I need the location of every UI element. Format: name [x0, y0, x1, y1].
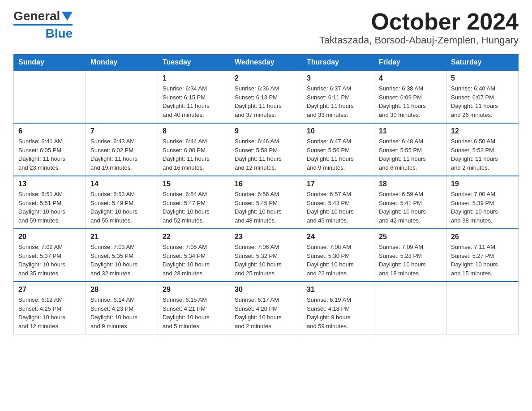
week-row-1: 1Sunrise: 6:34 AM Sunset: 6:15 PM Daylig… [14, 70, 519, 123]
calendar-cell: 13Sunrise: 6:51 AM Sunset: 5:51 PM Dayli… [14, 176, 86, 229]
day-info: Sunrise: 6:57 AM Sunset: 5:43 PM Dayligh… [307, 190, 369, 225]
day-number: 30 [235, 286, 297, 294]
day-number: 26 [451, 233, 514, 241]
day-info: Sunrise: 7:09 AM Sunset: 5:28 PM Dayligh… [379, 243, 442, 278]
week-row-3: 13Sunrise: 6:51 AM Sunset: 5:51 PM Dayli… [14, 176, 519, 229]
day-info: Sunrise: 6:40 AM Sunset: 6:07 PM Dayligh… [451, 84, 514, 119]
logo-triangle-icon [62, 12, 73, 21]
day-info: Sunrise: 7:05 AM Sunset: 5:34 PM Dayligh… [163, 243, 225, 278]
day-info: Sunrise: 6:47 AM Sunset: 5:56 PM Dayligh… [307, 137, 369, 172]
day-info: Sunrise: 6:19 AM Sunset: 4:18 PM Dayligh… [307, 295, 369, 330]
page-header: General Blue October 2024 Taktaszada, Bo… [13, 9, 519, 51]
day-info: Sunrise: 7:00 AM Sunset: 5:39 PM Dayligh… [451, 190, 514, 225]
weekday-header-thursday: Thursday [302, 55, 374, 71]
calendar-cell: 2Sunrise: 6:36 AM Sunset: 6:13 PM Daylig… [230, 70, 302, 123]
calendar-cell: 28Sunrise: 6:14 AM Sunset: 4:23 PM Dayli… [86, 282, 158, 334]
day-info: Sunrise: 6:56 AM Sunset: 5:45 PM Dayligh… [235, 190, 297, 225]
calendar-cell: 18Sunrise: 6:59 AM Sunset: 5:41 PM Dayli… [374, 176, 446, 229]
day-info: Sunrise: 7:02 AM Sunset: 5:37 PM Dayligh… [18, 243, 81, 278]
calendar-cell: 19Sunrise: 7:00 AM Sunset: 5:39 PM Dayli… [446, 176, 519, 229]
calendar-cell: 1Sunrise: 6:34 AM Sunset: 6:15 PM Daylig… [158, 70, 230, 123]
calendar-cell: 25Sunrise: 7:09 AM Sunset: 5:28 PM Dayli… [374, 229, 446, 282]
day-number: 21 [90, 233, 153, 241]
calendar-cell: 6Sunrise: 6:41 AM Sunset: 6:05 PM Daylig… [14, 123, 86, 176]
day-info: Sunrise: 6:38 AM Sunset: 6:09 PM Dayligh… [379, 84, 442, 119]
calendar-cell: 23Sunrise: 7:06 AM Sunset: 5:32 PM Dayli… [230, 229, 302, 282]
month-year-title: October 2024 [319, 9, 519, 34]
calendar-cell: 11Sunrise: 6:48 AM Sunset: 5:55 PM Dayli… [374, 123, 446, 176]
day-info: Sunrise: 6:34 AM Sunset: 6:15 PM Dayligh… [163, 84, 225, 119]
calendar-cell: 29Sunrise: 6:15 AM Sunset: 4:21 PM Dayli… [158, 282, 230, 334]
day-info: Sunrise: 6:51 AM Sunset: 5:51 PM Dayligh… [18, 190, 81, 225]
calendar-cell: 3Sunrise: 6:37 AM Sunset: 6:11 PM Daylig… [302, 70, 374, 123]
day-number: 22 [163, 233, 225, 241]
weekday-header-row: SundayMondayTuesdayWednesdayThursdayFrid… [14, 55, 519, 71]
location-subtitle: Taktaszada, Borsod-Abauj-Zemplen, Hungar… [319, 34, 519, 46]
day-number: 28 [90, 286, 153, 294]
calendar-cell: 7Sunrise: 6:43 AM Sunset: 6:02 PM Daylig… [86, 123, 158, 176]
day-info: Sunrise: 6:17 AM Sunset: 4:20 PM Dayligh… [235, 295, 297, 330]
day-number: 14 [90, 180, 153, 188]
day-info: Sunrise: 7:03 AM Sunset: 5:35 PM Dayligh… [90, 243, 153, 278]
weekday-header-sunday: Sunday [14, 55, 86, 71]
day-info: Sunrise: 6:12 AM Sunset: 4:25 PM Dayligh… [18, 295, 81, 330]
day-info: Sunrise: 6:54 AM Sunset: 5:47 PM Dayligh… [163, 190, 225, 225]
logo-blue: Blue [13, 24, 73, 41]
day-number: 4 [379, 74, 442, 82]
day-number: 24 [307, 233, 369, 241]
calendar-cell: 21Sunrise: 7:03 AM Sunset: 5:35 PM Dayli… [86, 229, 158, 282]
weekday-header-monday: Monday [86, 55, 158, 71]
calendar-body: 1Sunrise: 6:34 AM Sunset: 6:15 PM Daylig… [14, 70, 519, 334]
calendar-cell: 26Sunrise: 7:11 AM Sunset: 5:27 PM Dayli… [446, 229, 519, 282]
calendar-cell: 20Sunrise: 7:02 AM Sunset: 5:37 PM Dayli… [14, 229, 86, 282]
day-info: Sunrise: 6:48 AM Sunset: 5:55 PM Dayligh… [379, 137, 442, 172]
day-number: 13 [18, 180, 81, 188]
calendar-cell: 10Sunrise: 6:47 AM Sunset: 5:56 PM Dayli… [302, 123, 374, 176]
day-number: 8 [163, 127, 225, 135]
weekday-header-wednesday: Wednesday [230, 55, 302, 71]
weekday-header-friday: Friday [374, 55, 446, 71]
day-number: 18 [379, 180, 442, 188]
logo-general-text: General [13, 9, 60, 23]
calendar-cell: 12Sunrise: 6:50 AM Sunset: 5:53 PM Dayli… [446, 123, 519, 176]
calendar-cell: 30Sunrise: 6:17 AM Sunset: 4:20 PM Dayli… [230, 282, 302, 334]
day-info: Sunrise: 6:43 AM Sunset: 6:02 PM Dayligh… [90, 137, 153, 172]
calendar-header: SundayMondayTuesdayWednesdayThursdayFrid… [14, 55, 519, 71]
calendar-cell: 27Sunrise: 6:12 AM Sunset: 4:25 PM Dayli… [14, 282, 86, 334]
calendar-cell: 5Sunrise: 6:40 AM Sunset: 6:07 PM Daylig… [446, 70, 519, 123]
day-number: 25 [379, 233, 442, 241]
day-number: 16 [235, 180, 297, 188]
calendar-cell: 15Sunrise: 6:54 AM Sunset: 5:47 PM Dayli… [158, 176, 230, 229]
day-info: Sunrise: 7:06 AM Sunset: 5:32 PM Dayligh… [235, 243, 297, 278]
day-number: 19 [451, 180, 514, 188]
calendar-cell: 8Sunrise: 6:44 AM Sunset: 6:00 PM Daylig… [158, 123, 230, 176]
week-row-5: 27Sunrise: 6:12 AM Sunset: 4:25 PM Dayli… [14, 282, 519, 334]
weekday-header-saturday: Saturday [446, 55, 519, 71]
day-number: 3 [307, 74, 369, 82]
day-number: 7 [90, 127, 153, 135]
day-number: 10 [307, 127, 369, 135]
calendar-cell [446, 282, 519, 334]
calendar-cell: 4Sunrise: 6:38 AM Sunset: 6:09 PM Daylig… [374, 70, 446, 123]
day-info: Sunrise: 6:37 AM Sunset: 6:11 PM Dayligh… [307, 84, 369, 119]
weekday-header-tuesday: Tuesday [158, 55, 230, 71]
day-number: 5 [451, 74, 514, 82]
day-number: 29 [163, 286, 225, 294]
calendar-cell [374, 282, 446, 334]
day-info: Sunrise: 6:59 AM Sunset: 5:41 PM Dayligh… [379, 190, 442, 225]
day-info: Sunrise: 6:15 AM Sunset: 4:21 PM Dayligh… [163, 295, 225, 330]
day-info: Sunrise: 6:53 AM Sunset: 5:49 PM Dayligh… [90, 190, 153, 225]
calendar-cell [86, 70, 158, 123]
day-number: 27 [18, 286, 81, 294]
title-area: October 2024 Taktaszada, Borsod-Abauj-Ze… [319, 9, 519, 51]
day-info: Sunrise: 6:44 AM Sunset: 6:00 PM Dayligh… [163, 137, 225, 172]
calendar-cell: 17Sunrise: 6:57 AM Sunset: 5:43 PM Dayli… [302, 176, 374, 229]
day-number: 9 [235, 127, 297, 135]
day-info: Sunrise: 6:14 AM Sunset: 4:23 PM Dayligh… [90, 295, 153, 330]
calendar-table: SundayMondayTuesdayWednesdayThursdayFrid… [13, 54, 519, 334]
day-info: Sunrise: 6:41 AM Sunset: 6:05 PM Dayligh… [18, 137, 81, 172]
calendar-cell: 14Sunrise: 6:53 AM Sunset: 5:49 PM Dayli… [86, 176, 158, 229]
day-info: Sunrise: 7:11 AM Sunset: 5:27 PM Dayligh… [451, 243, 514, 278]
calendar-cell: 24Sunrise: 7:08 AM Sunset: 5:30 PM Dayli… [302, 229, 374, 282]
day-number: 11 [379, 127, 442, 135]
